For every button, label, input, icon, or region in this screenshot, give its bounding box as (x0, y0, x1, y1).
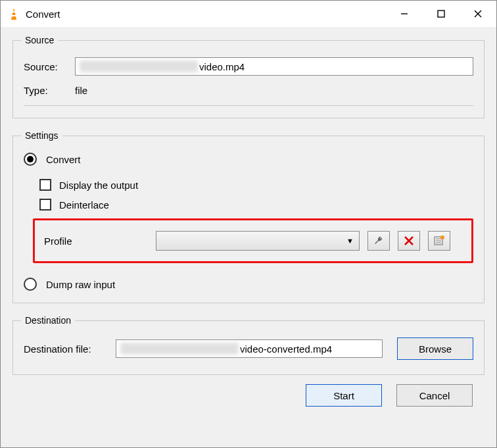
source-group: Source Source: video.mp4 Type: file (12, 35, 485, 118)
destination-filename: video-converted.mp4 (240, 343, 332, 355)
svg-rect-4 (438, 11, 444, 17)
cancel-button[interactable]: Cancel (396, 384, 473, 407)
convert-radio[interactable] (24, 153, 37, 166)
destination-input[interactable]: video-converted.mp4 (116, 339, 383, 358)
profile-highlight: Profile ▼ (33, 218, 473, 263)
minimize-button[interactable] (386, 1, 423, 27)
source-filename: video.mp4 (199, 61, 245, 72)
display-output-checkbox[interactable] (39, 179, 51, 191)
dump-radio-row[interactable]: Dump raw input (24, 278, 473, 291)
source-divider (24, 105, 473, 106)
type-value: file (75, 85, 87, 96)
dialog-buttons: Start Cancel (12, 384, 485, 416)
wrench-icon (373, 235, 385, 247)
destination-group: Destination Destination file: video-conv… (12, 315, 485, 375)
svg-rect-1 (12, 11, 16, 12)
cancel-label: Cancel (419, 390, 450, 401)
list-new-icon (433, 235, 445, 247)
content-area: Source Source: video.mp4 Type: file Sett… (1, 27, 496, 447)
svg-point-13 (440, 236, 444, 239)
source-input[interactable]: video.mp4 (75, 57, 473, 76)
type-label: Type: (24, 85, 75, 96)
browse-button[interactable]: Browse (397, 337, 473, 360)
deinterlace-label: Deinterlace (59, 199, 109, 211)
display-output-row[interactable]: Display the output (39, 179, 473, 191)
chevron-down-icon: ▼ (346, 237, 354, 245)
destination-legend: Destination (21, 315, 75, 326)
display-output-label: Display the output (59, 180, 138, 191)
edit-profile-button[interactable] (367, 231, 390, 251)
profile-label: Profile (44, 236, 156, 247)
maximize-button[interactable] (423, 1, 460, 27)
deinterlace-checkbox[interactable] (39, 199, 51, 211)
x-icon (403, 235, 415, 247)
browse-label: Browse (419, 343, 452, 355)
delete-profile-button[interactable] (398, 231, 420, 251)
svg-rect-2 (12, 15, 16, 16)
svg-marker-0 (11, 8, 16, 20)
deinterlace-row[interactable]: Deinterlace (39, 199, 473, 211)
window-controls (386, 1, 496, 27)
window-title: Convert (26, 9, 386, 20)
convert-dialog: Convert Source Source: video.mp4 Type: f… (0, 0, 497, 448)
redacted-dest-path (120, 343, 239, 355)
profile-select[interactable]: ▼ (156, 231, 360, 251)
source-label: Source: (24, 61, 75, 72)
vlc-icon (7, 7, 20, 20)
settings-group: Settings Convert Display the output Dein… (12, 130, 485, 303)
close-button[interactable] (460, 1, 496, 27)
convert-label: Convert (46, 154, 81, 165)
settings-legend: Settings (21, 130, 62, 141)
dump-radio[interactable] (24, 278, 37, 291)
start-label: Start (333, 390, 354, 401)
destination-label: Destination file: (24, 343, 116, 355)
convert-radio-row[interactable]: Convert (24, 153, 473, 166)
dump-label: Dump raw input (46, 279, 115, 290)
redacted-path (80, 61, 198, 72)
start-button[interactable]: Start (306, 384, 382, 407)
source-legend: Source (21, 35, 58, 45)
new-profile-button[interactable] (428, 231, 450, 251)
titlebar: Convert (1, 1, 496, 27)
